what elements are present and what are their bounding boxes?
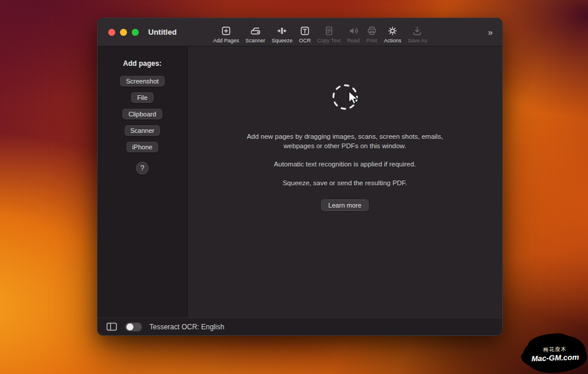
toolbar-button-add-pages[interactable]: Add Pages [213,25,239,44]
toolbar-button-read[interactable]: Read [347,25,360,44]
toolbar-button-ocr[interactable]: OCR [299,25,311,44]
minimize-button[interactable] [120,29,127,36]
help-button[interactable]: ? [136,162,149,175]
toolbar-button-copy-text[interactable]: Copy Text [318,25,341,44]
copy-text-icon [323,25,335,36]
ocr-icon [299,25,310,36]
toolbar-label-ocr: OCR [299,38,311,44]
ocr-hint-text: Automatic text recognition is applied if… [274,160,416,169]
toolbar-overflow-button[interactable]: » [485,26,496,38]
statusbar: Tesseract OCR: English [98,318,502,335]
toolbar-label-scanner: Scanner [245,38,265,44]
cursor-arrow-icon [346,90,361,106]
sidebar-button-scanner[interactable]: Scanner [125,125,161,136]
toolbar-label-squeeze: Squeeze [272,38,293,44]
window-content: Add pages: Screenshot File Clipboard Sca… [98,46,502,318]
drop-hint-text: Add new pages by dragging images, scans,… [242,132,449,151]
sidebar-button-iphone[interactable]: iPhone [126,142,158,152]
print-icon [366,25,377,36]
toolbar-label-copy-text: Copy Text [318,38,341,44]
zoom-button[interactable] [132,29,139,36]
sidebar-heading: Add pages: [123,59,161,68]
toolbar-label-print: Print [366,38,377,44]
toolbar: Add Pages Scanner Squeeze [213,21,427,44]
toolbar-label-actions: Actions [384,38,402,44]
toolbar-button-print[interactable]: Print [366,25,377,44]
drop-target-graphic [331,83,359,111]
sidebar: Add pages: Screenshot File Clipboard Sca… [98,46,188,318]
toolbar-button-scanner[interactable]: Scanner [245,25,265,44]
toolbar-button-save-as[interactable]: Save As [407,25,427,44]
scanner-icon [250,25,261,36]
sidebar-button-file[interactable]: File [131,92,153,103]
traffic-lights [108,29,139,36]
titlebar: Untitled Add Pages Scanner [98,18,502,46]
toolbar-button-squeeze[interactable]: Squeeze [272,25,293,44]
squeeze-icon [276,25,288,36]
squeeze-hint-text: Squeeze, save or send the resulting PDF. [283,179,407,188]
app-window: Untitled Add Pages Scanner [97,18,503,336]
watermark-site-text: Mac-GM.com [532,353,579,363]
toolbar-button-actions[interactable]: Actions [384,25,402,44]
actions-gear-icon [387,25,398,36]
watermark: 梅花瘦木 Mac-GM.com [523,334,587,374]
toggle-knob [126,323,133,330]
window-title: Untitled [148,28,176,36]
add-pages-icon [220,25,232,36]
learn-more-button[interactable]: Learn more [321,199,368,211]
ocr-toggle-switch[interactable] [125,322,142,332]
sidebar-button-screenshot[interactable]: Screenshot [120,76,165,86]
toolbar-label-read: Read [347,38,360,44]
ocr-status-label: Tesseract OCR: English [149,323,224,331]
drop-area[interactable]: Add new pages by dragging images, scans,… [188,46,502,318]
read-aloud-icon [348,25,359,36]
desktop-wallpaper: Untitled Add Pages Scanner [0,0,588,374]
toolbar-label-add-pages: Add Pages [213,38,239,44]
close-button[interactable] [108,29,115,36]
sidebar-button-clipboard[interactable]: Clipboard [122,109,162,119]
toolbar-label-save-as: Save As [407,38,427,44]
save-as-icon [412,25,423,36]
sidebar-toggle-button[interactable] [106,322,118,332]
